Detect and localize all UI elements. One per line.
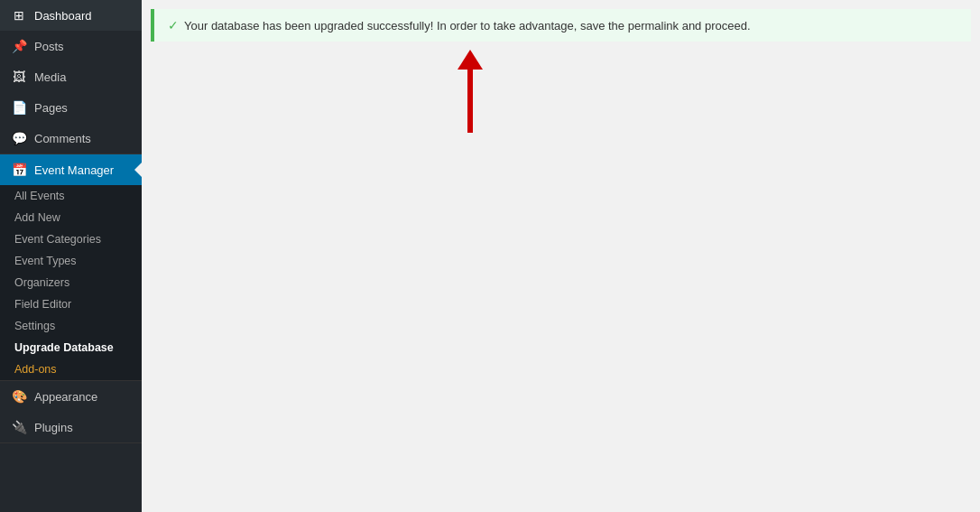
sidebar-item-settings[interactable]: Settings — [0, 315, 142, 337]
red-arrow-annotation — [458, 50, 483, 133]
dashboard-icon: ⊞ — [11, 7, 27, 23]
sidebar-item-field-editor[interactable]: Field Editor — [0, 293, 142, 315]
sidebar-item-label: Posts — [34, 40, 64, 53]
sidebar-item-appearance[interactable]: 🎨 Appearance — [0, 381, 142, 412]
sidebar-item-add-new[interactable]: Add New — [0, 207, 142, 228]
sidebar-item-all-events[interactable]: All Events — [0, 185, 142, 207]
active-indicator — [134, 163, 142, 177]
sidebar-item-comments[interactable]: 💬 Comments — [0, 123, 142, 154]
event-manager-icon: 📅 — [11, 162, 27, 178]
comments-icon: 💬 — [11, 130, 27, 146]
sidebar-item-event-manager[interactable]: 📅 Event Manager — [0, 154, 142, 185]
sidebar-item-label: Plugins — [34, 421, 73, 434]
arrow-shaft — [467, 70, 473, 133]
posts-icon: 📌 — [11, 38, 27, 54]
sidebar-item-label: Pages — [34, 101, 68, 115]
sidebar-bottom-section: 🎨 Appearance 🔌 Plugins — [0, 381, 142, 443]
sidebar-item-event-types[interactable]: Event Types — [0, 250, 142, 272]
sidebar-item-label: Dashboard — [34, 9, 92, 23]
sidebar-item-organizers[interactable]: Organizers — [0, 272, 142, 293]
sidebar-sub-menu: All Events Add New Event Categories Even… — [0, 185, 142, 380]
sidebar-item-event-categories[interactable]: Event Categories — [0, 228, 142, 250]
sidebar-item-media[interactable]: 🖼 Media — [0, 61, 142, 92]
sidebar-item-dashboard[interactable]: ⊞ Dashboard — [0, 0, 142, 31]
sidebar-event-manager-section: 📅 Event Manager All Events Add New Event… — [0, 154, 142, 381]
sidebar: ⊞ Dashboard 📌 Posts 🖼 Media 📄 Pages 💬 Co… — [0, 0, 142, 512]
upgrade-notice: ✓ Your database has been upgraded succes… — [151, 9, 971, 42]
sidebar-item-label: Appearance — [34, 390, 97, 404]
appearance-icon: 🎨 — [11, 388, 27, 405]
sidebar-item-upgrade-database[interactable]: Upgrade Database — [0, 337, 142, 358]
sidebar-item-plugins[interactable]: 🔌 Plugins — [0, 412, 142, 442]
sidebar-item-pages[interactable]: 📄 Pages — [0, 92, 142, 123]
main-content: ✓ Your database has been upgraded succes… — [142, 0, 980, 512]
sidebar-item-posts[interactable]: 📌 Posts — [0, 31, 142, 61]
arrow-head — [458, 50, 483, 70]
notice-text: Your database has been upgraded successf… — [184, 19, 751, 33]
sidebar-item-label: Comments — [34, 132, 91, 145]
sidebar-top-section: ⊞ Dashboard 📌 Posts 🖼 Media 📄 Pages 💬 Co… — [0, 0, 142, 154]
pages-icon: 📄 — [11, 99, 27, 116]
check-icon: ✓ — [168, 18, 179, 33]
sidebar-item-add-ons[interactable]: Add-ons — [0, 358, 142, 380]
sidebar-item-label: Event Manager — [34, 163, 114, 177]
sidebar-item-label: Media — [34, 70, 66, 84]
media-icon: 🖼 — [11, 69, 27, 85]
plugins-icon: 🔌 — [11, 419, 27, 435]
